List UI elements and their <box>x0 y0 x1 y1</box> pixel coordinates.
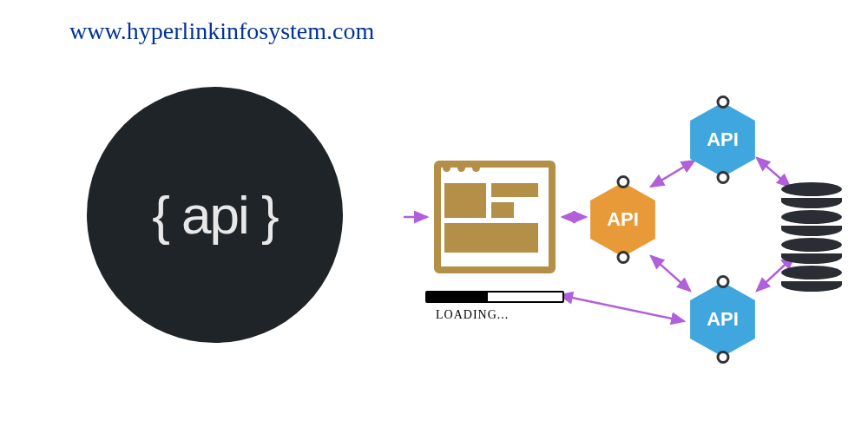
db-disk <box>781 226 842 236</box>
api-node-label: API <box>707 128 739 151</box>
arrow-center-top <box>651 161 694 187</box>
port-icon <box>616 251 629 264</box>
browser-controls <box>443 164 480 172</box>
port-icon <box>716 351 729 364</box>
api-flow-diagram: LOADING... API API API <box>399 95 851 399</box>
layout-block <box>444 183 486 218</box>
browser-dot <box>443 164 450 172</box>
browser-dot <box>457 164 465 172</box>
layout-block <box>444 223 538 253</box>
db-disk <box>781 238 842 252</box>
api-badge-text: { api } <box>152 184 278 246</box>
arrow-center-bottom <box>651 256 690 291</box>
api-node-bottom: API <box>690 282 755 357</box>
browser-layout <box>444 183 538 260</box>
db-disk <box>781 266 842 279</box>
browser-dot <box>472 164 480 172</box>
database-icon <box>781 182 842 252</box>
db-disk <box>781 198 842 208</box>
loading-fill <box>427 293 488 301</box>
loading-label: LOADING... <box>436 308 509 322</box>
port-icon <box>716 95 729 108</box>
api-node-top: API <box>690 102 755 177</box>
loading-progress-bar <box>425 291 564 303</box>
layout-block <box>491 202 514 218</box>
layout-block <box>491 183 538 197</box>
api-node-label: API <box>707 308 739 331</box>
api-node-label: API <box>607 208 639 231</box>
api-node-center: API <box>590 182 655 257</box>
arrow-browser-bottom <box>560 295 684 321</box>
browser-window <box>434 161 556 273</box>
port-icon <box>716 171 729 184</box>
port-icon <box>716 275 729 288</box>
port-icon <box>616 175 629 188</box>
website-url[interactable]: www.hyperlinkinfosystem.com <box>69 17 374 45</box>
api-badge-circle: { api } <box>87 87 343 343</box>
db-disk <box>781 210 842 224</box>
db-disk <box>781 182 842 196</box>
